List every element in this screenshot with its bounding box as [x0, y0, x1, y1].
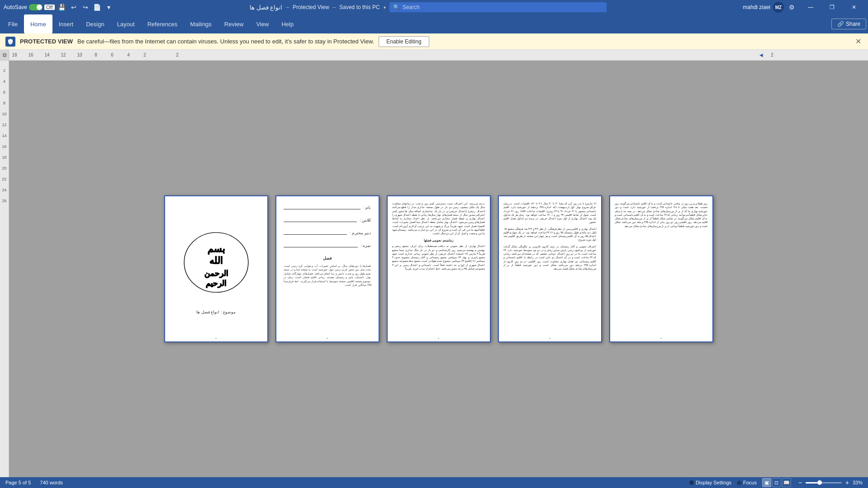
separator2: – — [333, 4, 336, 10]
form-row-surname: کلاس : — [284, 218, 371, 223]
user-avatar: MZ — [773, 2, 784, 13]
form-row-teacher: دبیر محترم : — [284, 231, 371, 235]
save-icon[interactable]: 💾 — [57, 3, 66, 12]
form-row-grade: نمره : — [284, 243, 371, 248]
form-row-name: نام : — [284, 205, 371, 210]
new-doc-icon[interactable]: 📄 — [93, 3, 102, 12]
document-page-1[interactable]: بسم الله الرحمن الرحیم موضوع : انواع فصل… — [164, 195, 268, 342]
page3-section-title: زمانبندی نجومی فصلها — [392, 239, 485, 242]
tab-references[interactable]: References — [141, 14, 184, 33]
shield-icon: i — [5, 37, 15, 47]
zoom-in-btn[interactable]: + — [844, 479, 851, 486]
svg-text:بسم: بسم — [207, 243, 225, 254]
protected-message: Be careful—files from the Internet can c… — [77, 38, 374, 45]
zoom-slider[interactable] — [806, 482, 842, 483]
ruler-num-4: 4 — [123, 52, 134, 57]
page-area[interactable]: بسم الله الرحمن الرحیم موضوع : انواع فصل… — [9, 61, 868, 477]
tab-home[interactable]: Home — [24, 14, 52, 33]
ribbon: File Home Insert Design Layout Reference… — [0, 14, 868, 33]
tab-mailings[interactable]: Mailings — [184, 14, 218, 33]
page2-paragraph: فصل‌ها یا دوره‌های سال، بر اساس تغییرات … — [284, 264, 371, 287]
display-settings-label: Display Settings — [696, 480, 731, 485]
document-page-3[interactable]: درجه می‌رسد. این انحراف سبب دسترسی کمتر … — [387, 195, 491, 342]
ruler-num-tri: ◀ — [756, 52, 767, 57]
more-commands-icon[interactable]: ▾ — [104, 3, 114, 12]
document-page-5[interactable]: روز طولانی‌ترین روز در تمامی تابستانی اس… — [609, 195, 713, 342]
focus-area[interactable]: ◎ Focus — [737, 479, 757, 486]
ruler-num-16: 16 — [25, 52, 36, 57]
autosave-label: AutoSave — [4, 4, 27, 10]
vruler-22: 22 — [2, 174, 6, 185]
svg-text:الرحیم: الرحیم — [206, 279, 227, 288]
zoom-thumb — [817, 480, 822, 485]
tab-design[interactable]: Design — [80, 14, 110, 33]
vruler-6: 6 — [3, 87, 5, 98]
dropdown-icon[interactable]: ▾ — [384, 5, 386, 10]
autosave-toggle-switch[interactable] — [29, 4, 43, 10]
tab-file[interactable]: File — [2, 14, 24, 33]
minimize-button[interactable]: — — [800, 0, 821, 14]
close-button[interactable]: ✕ — [844, 0, 864, 14]
search-icon: 🔍 — [393, 4, 400, 10]
protected-close-button[interactable]: ✕ — [854, 37, 863, 46]
web-layout-btn[interactable]: ⊡ — [772, 478, 781, 487]
page-info: Page 5 of 5 — [5, 480, 31, 485]
form-line-name — [284, 209, 361, 209]
ribbon-right: 🔗 Share — [831, 19, 866, 29]
ruler-num-2r: 2 — [172, 52, 183, 57]
page2-number: • — [327, 336, 327, 340]
main-content: 2 4 6 8 10 12 14 16 18 20 22 24 26 — [0, 61, 868, 477]
svg-text:i: i — [10, 41, 10, 43]
title-bar-center: انواع فصل ها – Protected View – Saved to… — [250, 2, 607, 12]
document-page-2[interactable]: نام : کلاس : دبیر محترم : نمره : فصل فصل… — [275, 195, 379, 342]
restore-button[interactable]: ❐ — [822, 0, 843, 14]
ruler-num-8: 8 — [90, 52, 101, 57]
user-info[interactable]: mahdi ziaei MZ — [743, 2, 784, 13]
document-page-4[interactable]: ۲۱ مارس) یا بدر روز آبی که معنا ۴۰ تا ۳۰… — [498, 195, 602, 342]
share-button[interactable]: 🔗 Share — [831, 19, 866, 29]
form-label-name: نام : — [363, 205, 371, 210]
form-label-surname: کلاس : — [360, 218, 371, 223]
autosave-area[interactable]: AutoSave Off — [4, 4, 55, 10]
display-settings-area[interactable]: ⊞ Display Settings — [689, 479, 731, 486]
ruler-num-14: 14 — [42, 52, 52, 57]
page4-number: • — [549, 336, 550, 340]
read-mode-btn[interactable]: 📖 — [782, 478, 791, 487]
vruler-16: 16 — [2, 141, 6, 152]
page4-content1: ۲۱ مارس) یا بدر روز آبی که معنا ۴۰ تا ۳۰… — [503, 202, 597, 224]
enable-editing-button[interactable]: Enable Editing — [379, 36, 429, 47]
zoom-area: − + 33% — [797, 479, 863, 486]
vruler-2: 2 — [3, 65, 5, 76]
undo-icon[interactable]: ↩ — [69, 3, 78, 12]
tab-layout[interactable]: Layout — [111, 14, 141, 33]
title-bar-left: AutoSave Off 💾 ↩ ↪ 📄 ▾ — [4, 3, 114, 12]
protected-view-bar: i PROTECTED VIEW Be careful—files from t… — [0, 33, 868, 50]
title-bar-right: mahdi ziaei MZ ⚙ — ❐ ✕ — [743, 0, 864, 14]
print-layout-btn[interactable]: ▣ — [762, 478, 771, 487]
tab-review[interactable]: Review — [218, 14, 250, 33]
zoom-out-btn[interactable]: − — [797, 479, 804, 486]
form-line-grade — [284, 247, 358, 247]
search-input[interactable] — [403, 4, 603, 10]
redo-icon[interactable]: ↪ — [81, 3, 90, 12]
bismillah-calligraphy: بسم الله الرحمن الرحیم — [178, 224, 255, 305]
protected-badge: PROTECTED VIEW — [20, 38, 73, 45]
tab-view[interactable]: View — [250, 14, 275, 33]
horizontal-ruler: ⊡ 18 16 14 12 10 8 6 4 2 2 ◀ 2 — [0, 50, 868, 61]
tab-help[interactable]: Help — [275, 14, 300, 33]
page1-number: • — [215, 336, 216, 340]
form-label-grade: نمره : — [360, 243, 371, 248]
vruler-10: 10 — [2, 109, 6, 119]
word-count: 740 words — [40, 480, 63, 485]
settings-icon[interactable]: ⚙ — [787, 3, 797, 12]
save-state: Saved to this PC — [339, 4, 379, 10]
form-line-teacher — [284, 234, 347, 235]
vertical-ruler: 2 4 6 8 10 12 14 16 18 20 22 24 26 — [0, 61, 9, 477]
tab-insert[interactable]: Insert — [52, 14, 80, 33]
ruler-num-12: 12 — [58, 52, 69, 57]
search-box[interactable]: 🔍 — [389, 2, 607, 12]
page4-content3: انحراف نجومی و آغاز زمستان در دوی کارون … — [503, 245, 597, 271]
zoom-level: 33% — [853, 480, 863, 485]
ruler-num-2: 2 — [139, 52, 150, 57]
user-name: mahdi ziaei — [743, 4, 770, 10]
